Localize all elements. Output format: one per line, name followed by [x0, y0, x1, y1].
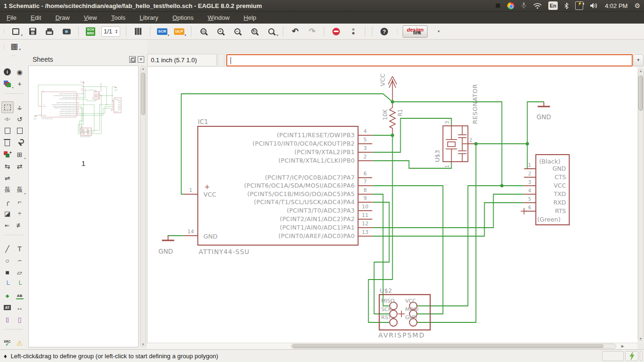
- toolbar-handle[interactable]: ⋮: [2, 31, 5, 33]
- stop-button[interactable]: [330, 26, 342, 37]
- tool-display-layers-button[interactable]: ▾: [1, 78, 14, 90]
- session-gear-icon[interactable]: ⚙: [634, 1, 640, 10]
- tool-polygon-merge-button[interactable]: ◪: [1, 207, 14, 219]
- tool-gateswap-button[interactable]: ⇌: [1, 172, 14, 184]
- tool-junction-button[interactable]: ◆: [1, 290, 14, 302]
- indicator-applet-icon[interactable]: ✖: [495, 1, 501, 10]
- command-input[interactable]: [227, 55, 632, 66]
- tool-pinswap-button[interactable]: ⇄: [14, 160, 26, 172]
- tool-add-part-button[interactable]: ⊞▾: [14, 148, 26, 160]
- tool-erc-button[interactable]: ERC✓: [1, 337, 14, 349]
- tool-attribute-button[interactable]: AT: [1, 302, 14, 313]
- go-button[interactable]: [347, 26, 359, 37]
- volume-icon[interactable]: [590, 1, 598, 10]
- palette-handle[interactable]: ⋯: [1, 54, 26, 59]
- tool-errors-button[interactable]: ⚠: [14, 337, 26, 349]
- grid-toolbar-handle[interactable]: ⋮: [2, 46, 5, 48]
- tool-rect-button[interactable]: ■: [1, 266, 14, 278]
- tool-group-button[interactable]: [1, 101, 14, 113]
- tool-mirror-button[interactable]: ◁▷: [1, 113, 14, 125]
- tool-polygon-button[interactable]: ▱: [14, 266, 26, 278]
- tool-circle-button[interactable]: ○: [1, 255, 14, 266]
- chrome-icon[interactable]: [507, 1, 514, 10]
- undo-button[interactable]: ↶: [289, 26, 301, 37]
- tool-mark-button[interactable]: +: [14, 78, 26, 90]
- tool-show-button[interactable]: ◉: [14, 66, 26, 78]
- tool-smash-button[interactable]: R210k▾: [14, 184, 26, 196]
- switch-sch-brd-button[interactable]: SCHBRD: [84, 26, 97, 37]
- menu-item-file[interactable]: File: [7, 14, 17, 21]
- help-button[interactable]: ?: [378, 26, 390, 37]
- microphone-icon[interactable]: [521, 1, 527, 10]
- tool-rotate-button[interactable]: ↺: [14, 113, 26, 125]
- wifi-icon[interactable]: [533, 1, 542, 10]
- tool-info-button[interactable]: i: [1, 66, 14, 78]
- toolbar-handle-2[interactable]: ⋮: [395, 31, 398, 33]
- panel-float-button[interactable]: [129, 56, 136, 63]
- tool-value-button[interactable]: R210k: [1, 184, 14, 196]
- grid-button[interactable]: ▦▾: [8, 41, 20, 51]
- menu-item-window[interactable]: Window: [208, 14, 230, 21]
- open-export-button[interactable]: ▾: [9, 26, 22, 37]
- tool-route-button[interactable]: ▸▹: [1, 219, 14, 231]
- tool-empty-button[interactable]: [14, 172, 26, 184]
- tool-ripup-button[interactable]: ≢: [14, 219, 26, 231]
- sheets-scrollbar[interactable]: ▲ ▼: [140, 66, 146, 347]
- tool-wire-button[interactable]: ╱: [1, 243, 14, 255]
- battery-icon[interactable]: ⚡: [575, 1, 583, 10]
- tool-change-button[interactable]: [14, 137, 26, 148]
- tool-delete-button[interactable]: [1, 137, 14, 148]
- zoom-select-button[interactable]: ▾: [265, 26, 277, 37]
- horizontal-scrollbar[interactable]: ▶: [147, 343, 637, 349]
- bluetooth-icon[interactable]: [564, 1, 569, 10]
- keyboard-layout-indicator[interactable]: En: [548, 1, 558, 10]
- panel-close-button[interactable]: ✕: [138, 56, 144, 63]
- tool-paste-button[interactable]: [14, 125, 26, 137]
- menu-item-help[interactable]: Help: [244, 14, 256, 21]
- tool-split-button[interactable]: ⌐: [14, 196, 26, 207]
- tool-text-button[interactable]: T: [14, 243, 26, 255]
- design-link-button[interactable]: design link: [403, 25, 428, 38]
- tool-add-repeat-button[interactable]: +: [1, 148, 14, 160]
- schematic-drawing[interactable]: IC1ATTINY44-SSU4(PCINT11/RESET/DW)PB35(P…: [148, 67, 638, 343]
- export-image-button[interactable]: [60, 26, 73, 37]
- tool-copy-button[interactable]: [1, 125, 14, 137]
- zoom-in-button[interactable]: +: [214, 26, 226, 37]
- print-button[interactable]: [43, 26, 56, 37]
- schematic-canvas[interactable]: IC1ATTINY44-SSU4(PCINT11/RESET/DW)PB35(P…: [147, 67, 637, 343]
- design-link-dropdown[interactable]: ▾: [432, 26, 445, 37]
- sheet-thumbnail-area[interactable]: 1: [28, 66, 139, 347]
- tool-miter-button[interactable]: ╭: [1, 196, 14, 207]
- menu-item-view[interactable]: View: [84, 14, 97, 21]
- menu-item-library[interactable]: Library: [140, 14, 158, 21]
- save-button[interactable]: [26, 26, 39, 37]
- tool-net-button[interactable]: └: [14, 278, 26, 290]
- run-script-button[interactable]: SCR▾: [156, 26, 168, 37]
- tool-dimension-button[interactable]: ↔: [14, 302, 26, 313]
- zoom-out-button[interactable]: −: [231, 26, 243, 37]
- sheet-thumbnail[interactable]: [31, 79, 136, 138]
- run-ulp-button[interactable]: ULP▾: [173, 26, 185, 37]
- vertical-scrollbar[interactable]: ▲ ▼: [637, 67, 644, 343]
- tool-optimize-button[interactable]: ÷: [14, 207, 26, 219]
- tool-arc-button[interactable]: ⌢: [14, 255, 26, 266]
- redo-button[interactable]: ↷: [306, 26, 318, 37]
- zoom-fit-button[interactable]: ▭: [197, 26, 209, 37]
- tool-frame2-button[interactable]: ▯: [14, 313, 26, 325]
- tool-label-button[interactable]: AB: [14, 290, 26, 302]
- svg-text:(PCINT7/ICP/OC0B/ADC7)PA7: (PCINT7/ICP/OC0B/ADC7)PA7: [265, 174, 355, 181]
- clock[interactable]: 4:02 PM: [605, 1, 627, 10]
- menu-item-options[interactable]: Options: [173, 14, 194, 21]
- zoom-redraw-button[interactable]: ↻: [248, 26, 260, 37]
- tool-move-button[interactable]: ↔↕: [14, 101, 26, 113]
- menu-item-tools[interactable]: Tools: [111, 14, 125, 21]
- sheet-page-spinner[interactable]: 1/1 ▲▼: [101, 26, 120, 37]
- autorouter-status-button[interactable]: [625, 351, 638, 361]
- menu-item-edit[interactable]: Edit: [31, 14, 41, 21]
- tool-frame-button[interactable]: []: [1, 313, 14, 325]
- library-button[interactable]: [132, 26, 144, 37]
- tool-bus-button[interactable]: └: [1, 278, 14, 290]
- menu-item-draw[interactable]: Draw: [55, 14, 69, 21]
- command-history-dropdown[interactable]: ▼: [633, 54, 644, 66]
- tool-replace-button[interactable]: ⇆: [1, 160, 14, 172]
